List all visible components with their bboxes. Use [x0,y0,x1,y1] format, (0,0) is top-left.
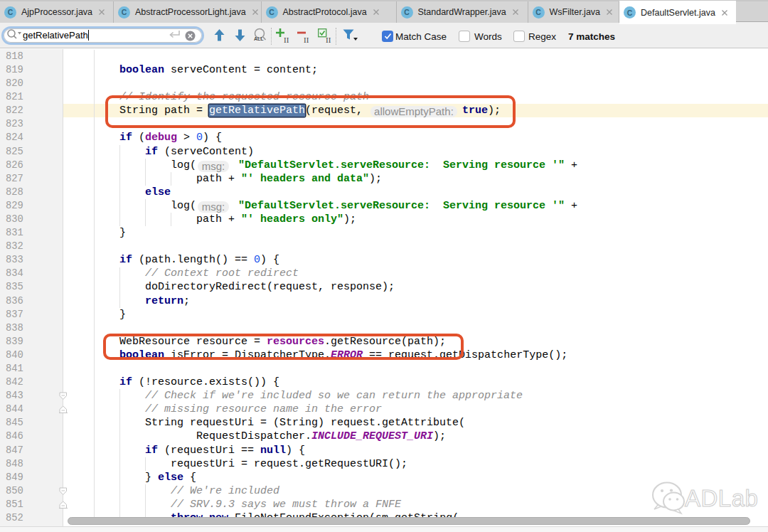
svg-text:II: II [284,36,289,44]
svg-text:II: II [326,36,331,44]
svg-text:II: II [304,36,309,44]
svg-text:ALL: ALL [254,36,264,41]
